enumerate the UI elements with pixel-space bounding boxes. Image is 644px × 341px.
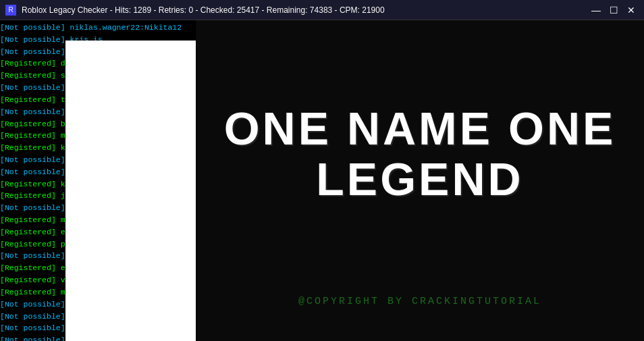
banner-copyright: @copyright by crackingtutorial <box>298 296 541 307</box>
banner-title: ONE NAME ONELEGEND <box>224 103 616 205</box>
minimize-button[interactable]: — <box>589 3 603 17</box>
banner-panel: ONE NAME ONELEGEND @copyright by crackin… <box>196 20 644 341</box>
app-icon: R <box>5 5 16 16</box>
log-line: [Not possible] niklas.wagner22:Nikita12 <box>0 22 196 34</box>
white-overlay <box>65 41 196 341</box>
title-bar: R Roblox Legacy Checker - Hits: 1289 - R… <box>0 0 644 20</box>
maximize-button[interactable]: ☐ <box>606 3 621 17</box>
window-controls: — ☐ ✕ <box>589 3 639 17</box>
window-title: Roblox Legacy Checker - Hits: 1289 - Ret… <box>22 5 583 15</box>
main-content: [Not possible] niklas.wagner22:Nikita12[… <box>0 20 644 341</box>
close-button[interactable]: ✕ <box>624 3 639 17</box>
log-wrapper: [Not possible] niklas.wagner22:Nikita12[… <box>0 20 196 341</box>
